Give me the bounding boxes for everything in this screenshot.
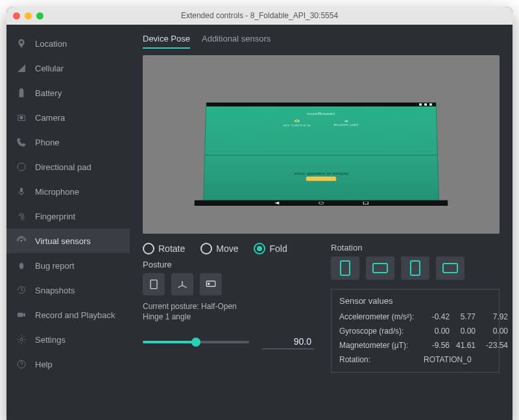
sidebar: Location Cellular Battery Camera Phone D…: [6, 25, 130, 420]
svg-point-0: [19, 116, 23, 119]
mode-label: Fold: [269, 243, 287, 254]
sensor-gyro-x: 0.00: [424, 327, 450, 336]
sensor-rotation-value: ROTATION_0: [424, 355, 508, 364]
sidebar-item-label: Battery: [35, 88, 62, 98]
tab-additional-sensors[interactable]: Additional sensors: [202, 34, 271, 49]
close-window[interactable]: [13, 12, 20, 19]
sidebar-item-directional-pad[interactable]: Directional pad: [6, 154, 130, 179]
svg-rect-13: [411, 261, 420, 275]
tab-device-pose[interactable]: Device Pose: [143, 34, 190, 49]
nav-home-icon: [319, 202, 324, 204]
window-controls: [13, 12, 43, 19]
device-preview[interactable]: Sunflower ✿MY GARDEN ≡PLANT LIST Your ga…: [143, 55, 500, 234]
posture-halfopen-button[interactable]: [171, 273, 193, 295]
sidebar-item-label: Bug report: [35, 261, 75, 271]
sensor-mag-z: -23.54: [476, 341, 508, 350]
sensor-accel-label: Accelerometer (m/s²):: [339, 312, 424, 321]
sidebar-item-label: Microphone: [35, 187, 79, 197]
svg-rect-5: [18, 313, 23, 317]
sensor-mag-y: 41.61: [450, 341, 476, 350]
sidebar-item-bug-report[interactable]: Bug report: [6, 253, 130, 278]
sensor-accel-y: 5.77: [450, 312, 476, 321]
minimize-window[interactable]: [25, 12, 32, 19]
sidebar-item-label: Camera: [35, 113, 65, 123]
sidebar-item-microphone[interactable]: Microphone: [6, 179, 130, 204]
window-title: Extended controls - 8_Foldable_API_30:55…: [6, 11, 513, 20]
svg-point-4: [19, 263, 24, 269]
titlebar: Extended controls - 8_Foldable_API_30:55…: [6, 6, 513, 25]
mode-fold[interactable]: Fold: [254, 243, 287, 254]
svg-point-3: [21, 240, 23, 242]
fingerprint-icon: [16, 210, 27, 222]
sidebar-item-battery[interactable]: Battery: [6, 80, 130, 105]
location-icon: [16, 38, 27, 49]
record-icon: [16, 309, 27, 321]
sidebar-item-settings[interactable]: Settings: [6, 327, 130, 352]
sidebar-item-cellular[interactable]: Cellular: [6, 56, 130, 80]
sidebar-item-snapshots[interactable]: Snapshots: [6, 278, 130, 303]
posture-flat-button[interactable]: [143, 273, 165, 295]
sensor-mag-label: Magnetometer (μT):: [339, 341, 424, 350]
sidebar-item-label: Snapshots: [35, 286, 75, 295]
gear-icon: [16, 334, 27, 345]
posture-tabletop-button[interactable]: [200, 273, 222, 295]
sensor-accel-x: -0.42: [424, 312, 450, 321]
preview-add-button: [306, 177, 336, 180]
svg-rect-2: [20, 188, 23, 192]
preview-tab-left: MY GARDEN: [284, 124, 311, 127]
sensor-rotation-label: Rotation:: [339, 355, 424, 364]
svg-rect-12: [373, 264, 387, 273]
microphone-icon: [16, 186, 27, 197]
posture-label: Posture: [143, 260, 314, 269]
rotation-portrait-button[interactable]: [331, 256, 359, 280]
mode-label: Move: [216, 243, 238, 254]
window: Extended controls - 8_Foldable_API_30:55…: [6, 6, 513, 420]
mode-move[interactable]: Move: [200, 243, 238, 254]
sidebar-item-label: Directional pad: [35, 162, 91, 172]
preview-empty-msg: Your garden is empty: [204, 172, 438, 175]
hinge-angle-slider[interactable]: [143, 341, 249, 343]
hinge-angle-value[interactable]: 90.0: [262, 334, 314, 349]
sensor-accel-z: 7.92: [476, 312, 508, 321]
nav-back-icon: [274, 202, 279, 204]
sidebar-item-virtual-sensors[interactable]: Virtual sensors: [6, 229, 130, 253]
sidebar-item-camera[interactable]: Camera: [6, 105, 130, 130]
sidebar-item-label: Cellular: [35, 64, 64, 73]
sidebar-item-label: Settings: [35, 335, 66, 345]
sensor-values-label: Sensor values: [339, 296, 491, 306]
sensor-gyro-label: Gyroscope (rad/s):: [339, 327, 424, 336]
camera-icon: [16, 112, 27, 123]
rotation-label: Rotation: [331, 243, 500, 253]
help-icon: [16, 358, 27, 370]
sidebar-item-label: Fingerprint: [35, 212, 75, 221]
mode-rotate[interactable]: Rotate: [143, 243, 185, 254]
sensor-values-box: Sensor values Accelerometer (m/s²): -0.4…: [331, 289, 500, 373]
snapshot-icon: [16, 284, 27, 296]
sidebar-item-phone[interactable]: Phone: [6, 130, 130, 154]
pose-mode-group: Rotate Move Fold: [143, 243, 314, 254]
hinge-angle-label: Hinge 1 angle: [143, 312, 191, 321]
sensors-icon: [16, 235, 27, 247]
nav-recents-icon: [363, 202, 368, 204]
sidebar-item-location[interactable]: Location: [6, 31, 130, 56]
tabs: Device Pose Additional sensors: [143, 34, 500, 49]
rotation-landscape-left-button[interactable]: [366, 256, 394, 280]
sidebar-item-label: Help: [35, 360, 53, 369]
preview-app-title: Sunflower: [206, 112, 437, 116]
sidebar-item-help[interactable]: Help: [6, 352, 130, 377]
bug-icon: [16, 260, 27, 271]
sidebar-item-label: Virtual sensors: [35, 236, 91, 246]
svg-point-6: [20, 338, 23, 341]
rotation-portrait-reverse-button[interactable]: [401, 256, 429, 280]
rotation-landscape-right-button[interactable]: [436, 256, 465, 280]
zoom-window[interactable]: [36, 12, 43, 19]
mode-label: Rotate: [158, 243, 185, 254]
sensor-gyro-z: 0.00: [476, 327, 508, 336]
sidebar-item-record-playback[interactable]: Record and Playback: [6, 303, 130, 327]
sidebar-item-label: Phone: [35, 138, 60, 147]
sidebar-item-fingerprint[interactable]: Fingerprint: [6, 204, 130, 229]
svg-rect-11: [341, 261, 350, 275]
sensor-gyro-y: 0.00: [450, 327, 476, 336]
preview-tab-right: PLANT LIST: [333, 124, 359, 127]
phone-icon: [16, 136, 27, 148]
